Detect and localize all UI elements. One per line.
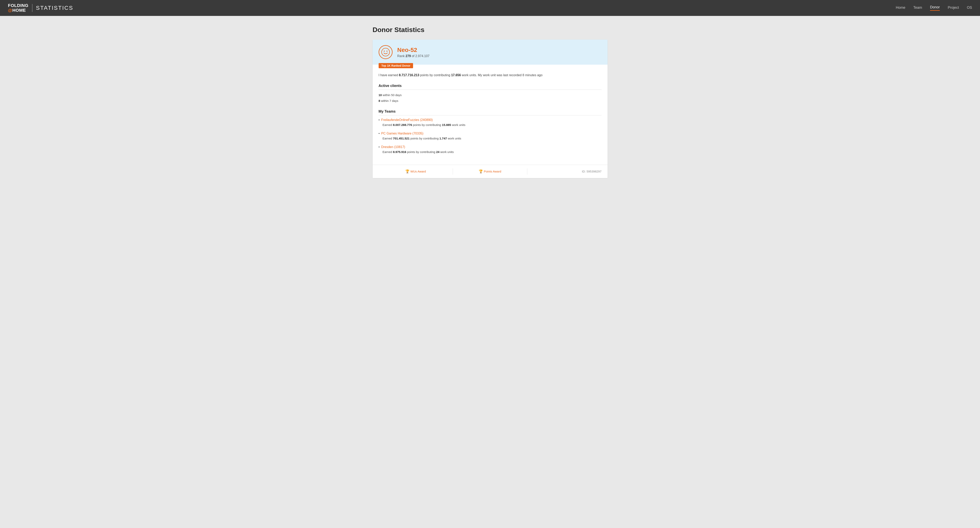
summary-mid2: work units. My work unit was last record… [461, 73, 542, 77]
wus-award-label: WUs Award [410, 170, 426, 173]
avatar [379, 45, 393, 59]
site-title: STATISTICS [36, 5, 73, 11]
team-end-2: work units [439, 150, 454, 154]
team-mid-0: points by contributing [412, 123, 442, 127]
count-50days: 10 [379, 93, 382, 97]
team-name-2[interactable]: Dresden (10817) [381, 145, 405, 149]
team-link-0: • FreilaufendeOnlineFuzzies (240890) [379, 118, 601, 122]
page-title: Donor Statistics [373, 26, 608, 33]
team-item-1: • PC Games Hardware (70335) Earned 701.4… [379, 132, 601, 141]
team-stats-0: Earned 8.007.288.776 points by contribut… [379, 122, 601, 127]
label-50days: within 50 days [382, 93, 401, 97]
team-earned-2: Earned [383, 150, 393, 154]
nav-home[interactable]: Home [896, 6, 905, 11]
nav-donor[interactable]: Donor [930, 5, 940, 11]
team-bullet-0: • [379, 118, 380, 122]
active-clients-7days: 8 within 7 days [379, 98, 601, 103]
team-wu-0: 15.885 [442, 123, 451, 127]
smiley-icon [381, 48, 390, 57]
team-stats-2: Earned 8.975.916 points by contributing … [379, 150, 601, 154]
logo-area: FOLDING@HOME STATISTICS [8, 3, 73, 13]
points-award-label: Points Award [484, 170, 501, 173]
trophy-icon-points: 🏆 [479, 170, 483, 173]
summary-text: I have earned 8.717.716.213 points by co… [379, 73, 601, 78]
team-link-1: • PC Games Hardware (70335) [379, 132, 601, 135]
team-name-1[interactable]: PC Games Hardware (70335) [381, 132, 423, 135]
svg-point-0 [382, 48, 390, 56]
footer-wus: 🏆 WUs Award [379, 169, 453, 173]
team-end-0: work units [451, 123, 465, 127]
active-clients-section: Active clients 10 within 50 days 8 withi… [379, 84, 601, 103]
team-end-1: work units [447, 137, 461, 140]
my-teams-title: My Teams [379, 109, 601, 116]
active-clients-title: Active clients [379, 84, 601, 90]
rank-number: 279 [406, 54, 411, 58]
footer-points: 🏆 Points Award [453, 169, 527, 173]
team-points-2: 8.975.916 [393, 150, 406, 154]
nav-project[interactable]: Project [948, 6, 959, 11]
count-7days: 8 [379, 99, 380, 103]
team-name-0[interactable]: FreilaufendeOnlineFuzzies (240890) [381, 118, 433, 122]
team-bullet-2: • [379, 145, 380, 149]
site-header: FOLDING@HOME STATISTICS Home Team Donor … [0, 0, 980, 16]
summary-work-units: 17.656 [451, 73, 461, 77]
team-points-0: 8.007.288.776 [393, 123, 412, 127]
donor-info: Neo-52 Rank 279 of 2.974.107 [397, 46, 430, 58]
svg-point-2 [387, 51, 387, 52]
team-wu-2: 24 [436, 150, 439, 154]
my-teams-section: My Teams • FreilaufendeOnlineFuzzies (24… [379, 109, 601, 154]
team-stats-1: Earned 701.451.521 points by contributin… [379, 136, 601, 141]
logo-divider [32, 4, 32, 12]
page-content: Donor Statistics Neo-52 Rank 279 of 2.97… [361, 16, 619, 188]
rank-total: 2.974.107 [415, 54, 430, 58]
summary-intro: I have earned [379, 73, 399, 77]
card-body: I have earned 8.717.716.213 points by co… [373, 65, 608, 165]
logo: FOLDING@HOME [8, 3, 29, 13]
team-item-2: • Dresden (10817) Earned 8.975.916 point… [379, 145, 601, 154]
footer-id: ID: 595398297 [527, 170, 601, 173]
team-mid-1: points by contributing [409, 137, 439, 140]
nav-team[interactable]: Team [913, 6, 922, 11]
rank-of: of [412, 54, 415, 58]
points-award-link[interactable]: 🏆 Points Award [479, 169, 501, 173]
svg-point-1 [383, 51, 385, 52]
donor-name: Neo-52 [397, 46, 430, 54]
trophy-icon-wus: 🏆 [405, 170, 409, 173]
team-earned-1: Earned [383, 137, 393, 140]
donor-card: Neo-52 Rank 279 of 2.974.107 Top 1K Rank… [373, 40, 608, 178]
card-footer: 🏆 WUs Award 🏆 Points Award ID: 595398297 [373, 165, 608, 178]
donor-rank: Rank 279 of 2.974.107 [397, 54, 430, 58]
active-clients-50days: 10 within 50 days [379, 92, 601, 98]
summary-points: 8.717.716.213 [399, 73, 419, 77]
summary-mid1: points by contributing [419, 73, 451, 77]
main-nav: Home Team Donor Project OS [896, 5, 972, 11]
team-earned-0: Earned [383, 123, 393, 127]
donor-id: ID: 595398297 [582, 170, 601, 173]
team-link-2: • Dresden (10817) [379, 145, 601, 149]
card-header: Neo-52 Rank 279 of 2.974.107 Top 1K Rank… [373, 40, 608, 65]
team-mid-2: points by contributing [406, 150, 436, 154]
team-item-0: • FreilaufendeOnlineFuzzies (240890) Ear… [379, 118, 601, 127]
team-bullet-1: • [379, 132, 380, 135]
team-wu-1: 1.747 [439, 137, 447, 140]
label-7days: within 7 days [380, 99, 398, 103]
wus-award-link[interactable]: 🏆 WUs Award [405, 169, 426, 173]
nav-os[interactable]: OS [967, 6, 972, 11]
team-points-1: 701.451.521 [393, 137, 409, 140]
rank-badge: Top 1K Ranked Donor [379, 63, 413, 68]
rank-label: Rank [397, 54, 405, 58]
